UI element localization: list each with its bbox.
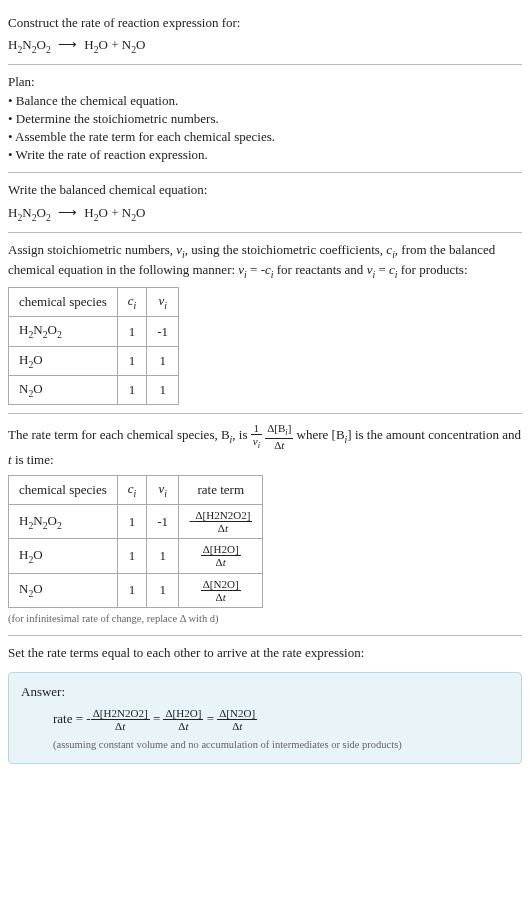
rateterm-text: The rate term for each chemical species,… [8, 422, 522, 469]
plan-item: • Assemble the rate term for each chemic… [8, 128, 522, 146]
balance-section: Write the balanced chemical equation: H2… [8, 173, 522, 232]
table-row: H2O 1 1 [9, 346, 179, 375]
plan-item: • Balance the chemical equation. [8, 92, 522, 110]
col-nui: νi [147, 475, 179, 504]
stoich-table: chemical species ci νi H2N2O2 1 -1 H2O 1… [8, 287, 179, 405]
fraction: Δ[H2O]Δt [163, 707, 203, 732]
cell-species: H2O [9, 346, 118, 375]
table-row: N2O 1 1 Δ[N2O]Δt [9, 573, 263, 607]
plan-section: Plan: • Balance the chemical equation. •… [8, 65, 522, 173]
plan-item: • Write the rate of reaction expression. [8, 146, 522, 164]
table-header-row: chemical species ci νi rate term [9, 475, 263, 504]
cell-ci: 1 [117, 505, 147, 539]
col-species: chemical species [9, 475, 118, 504]
final-heading: Set the rate terms equal to each other t… [8, 644, 522, 662]
fraction: 1νi [251, 422, 262, 450]
cell-species: H2O [9, 539, 118, 573]
prompt-text: Construct the rate of reaction expressio… [8, 14, 522, 32]
fraction: Δ[H2O]Δt [201, 543, 241, 568]
col-nui: νi [147, 288, 179, 317]
fraction: Δ[H2N2O2]Δt [193, 509, 252, 534]
cell-rateterm: Δ[N2O]Δt [179, 573, 263, 607]
cell-ci: 1 [117, 317, 147, 346]
final-section: Set the rate terms equal to each other t… [8, 636, 522, 764]
cell-nui: -1 [147, 505, 179, 539]
cell-ci: 1 [117, 375, 147, 404]
balanced-reaction: H2N2O2 ⟶ H2O + N2O [8, 204, 522, 224]
fraction: Δ[H2N2O2]Δt [91, 707, 150, 732]
table-row: H2O 1 1 Δ[H2O]Δt [9, 539, 263, 573]
arrow-icon: ⟶ [58, 36, 77, 54]
rateterm-table: chemical species ci νi rate term H2N2O2 … [8, 475, 263, 608]
assign-text: Assign stoichiometric numbers, νi, using… [8, 241, 522, 281]
col-species: chemical species [9, 288, 118, 317]
fraction: Δ[N2O]Δt [201, 578, 241, 603]
prompt-reaction: H2N2O2 ⟶ H2O + N2O [8, 36, 522, 56]
table-header-row: chemical species ci νi [9, 288, 179, 317]
arrow-icon: ⟶ [58, 204, 77, 222]
cell-species: N2O [9, 573, 118, 607]
cell-nui: 1 [147, 346, 179, 375]
rateterm-note: (for infinitesimal rate of change, repla… [8, 612, 522, 627]
cell-nui: 1 [147, 375, 179, 404]
cell-species: H2N2O2 [9, 505, 118, 539]
cell-species: N2O [9, 375, 118, 404]
cell-rateterm: -Δ[H2N2O2]Δt [179, 505, 263, 539]
table-row: H2N2O2 1 -1 [9, 317, 179, 346]
col-ci: ci [117, 288, 147, 317]
table-row: H2N2O2 1 -1 -Δ[H2N2O2]Δt [9, 505, 263, 539]
table-row: N2O 1 1 [9, 375, 179, 404]
answer-label: Answer: [21, 683, 509, 701]
fraction: Δ[N2O]Δt [217, 707, 257, 732]
prompt-section: Construct the rate of reaction expressio… [8, 6, 522, 65]
col-ci: ci [117, 475, 147, 504]
cell-species: H2N2O2 [9, 317, 118, 346]
cell-ci: 1 [117, 539, 147, 573]
cell-rateterm: Δ[H2O]Δt [179, 539, 263, 573]
answer-box: Answer: rate = -Δ[H2N2O2]Δt = Δ[H2O]Δt =… [8, 672, 522, 764]
cell-nui: -1 [147, 317, 179, 346]
assign-section: Assign stoichiometric numbers, νi, using… [8, 233, 522, 414]
cell-ci: 1 [117, 573, 147, 607]
answer-note: (assuming constant volume and no accumul… [21, 738, 509, 753]
cell-nui: 1 [147, 573, 179, 607]
balance-heading: Write the balanced chemical equation: [8, 181, 522, 199]
answer-expression: rate = -Δ[H2N2O2]Δt = Δ[H2O]Δt = Δ[N2O]Δ… [21, 707, 509, 732]
cell-ci: 1 [117, 346, 147, 375]
plan-item: • Determine the stoichiometric numbers. [8, 110, 522, 128]
col-rateterm: rate term [179, 475, 263, 504]
rateterm-section: The rate term for each chemical species,… [8, 414, 522, 635]
fraction: Δ[Bi]Δt [265, 422, 293, 450]
cell-nui: 1 [147, 539, 179, 573]
plan-heading: Plan: [8, 73, 522, 91]
